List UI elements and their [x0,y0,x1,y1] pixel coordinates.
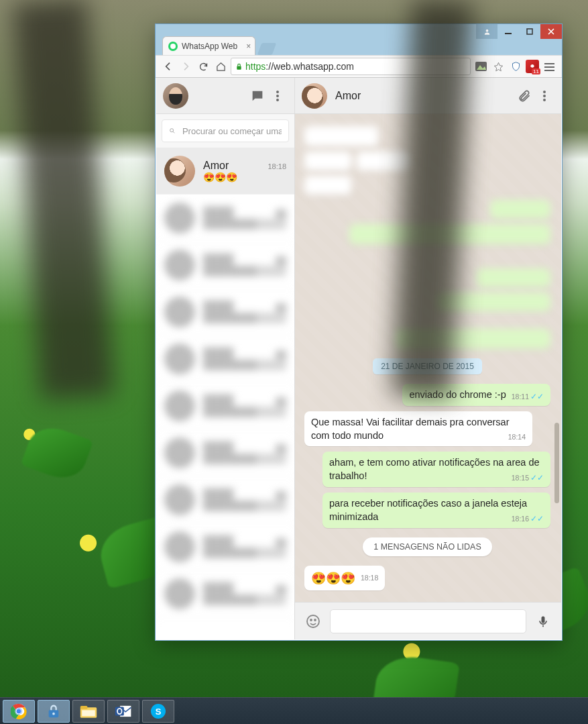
chat-item-blurred[interactable]: ██████████████ [156,195,294,242]
date-separator: 21 DE JANEIRO DE 2015 [373,358,482,374]
extension-badge-count: 11 [532,68,540,74]
message-text: aham, e tem como ativar notificações na … [329,457,540,481]
url-host: ://web.whatsapp.com [266,61,354,72]
composer [295,602,561,639]
bookmark-star-icon[interactable] [491,59,506,74]
chat-item-amor[interactable]: Amor 18:18 😍😍😍 [156,148,294,195]
window-user-button[interactable] [476,24,497,39]
search-bar: Procurar ou começar uma nova conversa [156,114,294,148]
chat-list[interactable]: Amor 18:18 😍😍😍 ██████████████ ██████████… [156,148,294,639]
back-button[interactable] [161,59,176,74]
left-menu-icon[interactable] [268,86,288,106]
contact-name: Amor [335,90,361,102]
chat-item-blurred[interactable]: ██████████████ [156,429,294,476]
message-list[interactable]: 21 DE JANEIRO DE 2015 enviado do chrome … [295,114,561,602]
picture-icon[interactable] [473,59,488,74]
chat-item-blurred[interactable]: ██████████████ [156,476,294,523]
chat-item-blurred[interactable]: ██████████████ [156,523,294,570]
extension-shield-icon[interactable] [508,59,523,74]
message-in[interactable]: Que massa! Vai facilitar demais pra conv… [304,411,532,446]
svg-point-0 [485,29,488,32]
lock-icon [235,62,243,71]
search-placeholder: Procurar ou começar uma nova conversa [182,126,282,136]
taskbar-skype[interactable]: S [142,700,174,723]
svg-rect-2 [527,29,532,34]
svg-rect-6 [544,63,554,64]
url-scheme: https [245,61,266,72]
new-chat-icon[interactable] [247,86,268,106]
emoji-icon[interactable] [303,611,323,631]
chat-avatar [164,156,195,187]
taskbar-outlook[interactable] [107,700,139,723]
message-out[interactable]: enviado do chrome :-p18:11✓✓ [402,384,550,406]
message-time: 18:15✓✓ [512,472,544,483]
svg-rect-29 [82,710,95,716]
svg-rect-7 [544,66,554,68]
tab-close-icon[interactable]: × [246,42,251,51]
chat-item-blurred[interactable]: ██████████████ [156,289,294,335]
svg-point-10 [276,95,279,97]
svg-point-14 [543,91,546,93]
svg-point-18 [310,619,312,621]
taskbar-explorer[interactable] [72,700,105,723]
message-out[interactable]: aham, e tem como ativar notificações na … [322,452,550,487]
left-panel: Procurar ou começar uma nova conversa Am… [156,78,295,639]
svg-point-16 [543,99,546,101]
reload-button[interactable] [196,59,211,74]
svg-point-17 [307,615,319,627]
search-input[interactable]: Procurar ou começar uma nova conversa [162,119,289,142]
tab-title: WhatsApp Web [182,42,237,51]
window-close-button[interactable] [540,24,562,39]
read-tick-icon: ✓✓ [530,514,544,523]
unread-separator: 1 MENSAGENS NÃO LIDAS [363,537,491,556]
new-tab-button[interactable] [257,43,277,55]
window-titlebar[interactable] [156,24,562,34]
svg-line-13 [173,132,174,133]
svg-rect-20 [542,616,545,623]
message-time: 18:18 [361,573,378,582]
address-bar[interactable]: https ://web.whatsapp.com [231,58,471,75]
window-minimize-button[interactable] [497,24,519,39]
home-button[interactable] [213,59,228,74]
chat-item-preview: 😍😍😍 [203,172,286,183]
taskbar-lock[interactable] [38,700,70,723]
svg-point-9 [276,91,279,93]
message-time: 18:14 [508,432,526,442]
chat-menu-icon[interactable] [534,86,554,106]
browser-toolbar: https ://web.whatsapp.com 11 [156,55,562,78]
my-avatar[interactable] [163,83,188,109]
taskbar[interactable]: S [0,697,588,724]
message-in[interactable]: 😍😍😍18:18 [304,566,385,590]
chat-item-blurred[interactable]: ██████████████ [156,242,294,289]
message-text: enviado do chrome :-p [409,389,506,400]
chat-item-blurred[interactable]: ██████████████ [156,382,294,429]
svg-point-26 [52,712,55,715]
chat-item-blurred[interactable]: ██████████████ [156,570,294,617]
svg-point-12 [170,129,174,132]
attach-icon[interactable] [514,86,534,106]
message-time: 18:11✓✓ [512,391,544,402]
mic-icon[interactable] [533,611,553,631]
svg-rect-8 [544,70,554,71]
message-text: Que massa! Vai facilitar demais pra conv… [311,417,510,441]
chat-header[interactable]: Amor [295,78,561,114]
svg-text:S: S [156,706,162,716]
message-input[interactable] [330,609,526,633]
svg-point-19 [314,619,316,621]
message-out[interactable]: para receber notificações caso a janela … [322,493,550,528]
contact-avatar[interactable] [302,83,327,109]
forward-button[interactable] [178,59,193,74]
svg-point-15 [543,95,546,97]
scrollbar-thumb[interactable] [554,423,559,503]
extension-badge-icon[interactable]: 11 [526,60,539,73]
message-text: para receber notificações caso a janela … [329,498,527,522]
right-panel: Amor 21 DE JANEIRO DE 2015 enviado do ch… [295,78,561,639]
chat-item-blurred[interactable]: ██████████████ [156,335,294,382]
tab-whatsapp[interactable]: WhatsApp Web × [162,36,255,55]
read-tick-icon: ✓✓ [530,473,544,482]
message-time: 18:16✓✓ [512,513,544,524]
svg-rect-1 [505,33,512,34]
taskbar-chrome[interactable] [3,700,35,723]
window-maximize-button[interactable] [519,24,540,39]
chrome-menu-button[interactable] [542,59,556,74]
